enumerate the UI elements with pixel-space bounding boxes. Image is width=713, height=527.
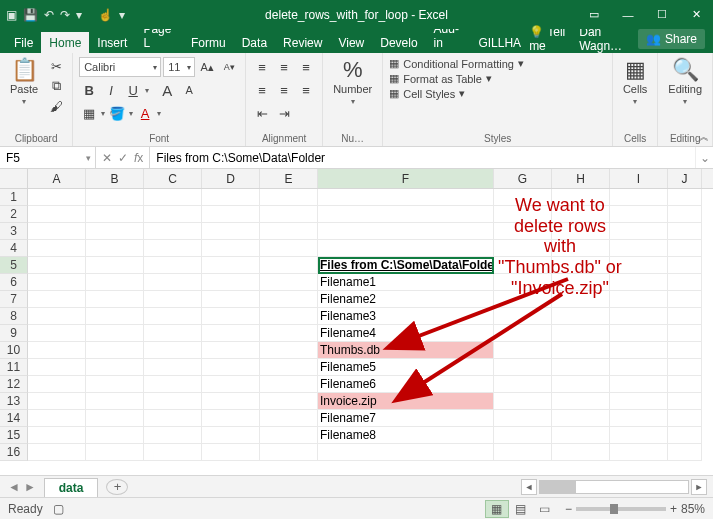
- qat-more2-icon[interactable]: ▾: [119, 8, 125, 22]
- cell[interactable]: Files from C:\Some\Data\Folder: [318, 257, 494, 274]
- cut-icon[interactable]: ✂: [46, 57, 66, 75]
- align-bottom-icon[interactable]: ≡: [296, 57, 316, 77]
- cell[interactable]: [668, 393, 702, 410]
- zoom-level[interactable]: 85%: [681, 502, 705, 516]
- cell[interactable]: [28, 308, 86, 325]
- cell[interactable]: [610, 393, 668, 410]
- row-header[interactable]: 4: [0, 240, 28, 257]
- cell[interactable]: [28, 257, 86, 274]
- cell[interactable]: [260, 410, 318, 427]
- formula-bar[interactable]: Files from C:\Some\Data\Folder: [150, 147, 695, 168]
- cell[interactable]: [144, 308, 202, 325]
- cell[interactable]: [668, 223, 702, 240]
- cell[interactable]: [144, 376, 202, 393]
- name-box[interactable]: F5: [0, 147, 96, 168]
- cell[interactable]: [28, 410, 86, 427]
- cell[interactable]: [260, 223, 318, 240]
- cell[interactable]: [202, 427, 260, 444]
- cell[interactable]: [668, 274, 702, 291]
- col-header[interactable]: J: [668, 169, 702, 188]
- worksheet-grid[interactable]: A B C D E F G H I J 12345Files from C:\S…: [0, 169, 713, 475]
- cell[interactable]: [668, 291, 702, 308]
- row-header[interactable]: 2: [0, 206, 28, 223]
- cell[interactable]: [260, 342, 318, 359]
- cell[interactable]: [668, 189, 702, 206]
- cell[interactable]: [86, 274, 144, 291]
- col-header[interactable]: D: [202, 169, 260, 188]
- row-header[interactable]: 10: [0, 342, 28, 359]
- tab-gillha[interactable]: GILLHA: [470, 32, 529, 53]
- italic-icon[interactable]: I: [101, 80, 121, 100]
- cell[interactable]: [610, 359, 668, 376]
- cell[interactable]: [552, 444, 610, 461]
- col-header[interactable]: B: [86, 169, 144, 188]
- cell[interactable]: [202, 376, 260, 393]
- cell[interactable]: [86, 223, 144, 240]
- add-sheet-icon[interactable]: +: [106, 479, 128, 495]
- cell[interactable]: [86, 189, 144, 206]
- cell[interactable]: [202, 291, 260, 308]
- macro-record-icon[interactable]: ▢: [53, 502, 64, 516]
- cell[interactable]: [202, 359, 260, 376]
- cell[interactable]: [552, 393, 610, 410]
- view-normal-icon[interactable]: ▦: [485, 500, 509, 518]
- cell[interactable]: [86, 291, 144, 308]
- cell[interactable]: [318, 240, 494, 257]
- cell[interactable]: [610, 206, 668, 223]
- cell[interactable]: [202, 325, 260, 342]
- cell[interactable]: [260, 189, 318, 206]
- col-header[interactable]: I: [610, 169, 668, 188]
- formula-bar-expand-icon[interactable]: ⌄: [695, 147, 713, 168]
- cell[interactable]: [202, 342, 260, 359]
- tab-file[interactable]: File: [6, 32, 41, 53]
- font-size-select[interactable]: 11: [163, 57, 195, 77]
- fx-icon[interactable]: fx: [134, 151, 143, 165]
- tab-home[interactable]: Home: [41, 32, 89, 53]
- cell[interactable]: [260, 291, 318, 308]
- cell[interactable]: [318, 189, 494, 206]
- cell[interactable]: [552, 274, 610, 291]
- cell[interactable]: [144, 342, 202, 359]
- cell[interactable]: [552, 223, 610, 240]
- row-header[interactable]: 9: [0, 325, 28, 342]
- tab-view[interactable]: View: [330, 32, 372, 53]
- close-icon[interactable]: ✕: [679, 0, 713, 29]
- cell[interactable]: [144, 274, 202, 291]
- cell[interactable]: [494, 257, 552, 274]
- copy-icon[interactable]: ⧉: [46, 77, 66, 95]
- cell[interactable]: [144, 410, 202, 427]
- cell[interactable]: [610, 240, 668, 257]
- touch-mode-icon[interactable]: ☝: [98, 8, 113, 22]
- cell[interactable]: [552, 308, 610, 325]
- cancel-fx-icon[interactable]: ✕: [102, 151, 112, 165]
- cell[interactable]: [28, 189, 86, 206]
- cell[interactable]: [86, 206, 144, 223]
- cell[interactable]: [552, 427, 610, 444]
- cell[interactable]: [552, 410, 610, 427]
- cell[interactable]: [610, 376, 668, 393]
- cell[interactable]: [86, 410, 144, 427]
- cell[interactable]: [260, 257, 318, 274]
- cell[interactable]: [144, 444, 202, 461]
- ribbon-collapse-icon[interactable]: ︽: [699, 130, 709, 144]
- cell[interactable]: [202, 308, 260, 325]
- cell[interactable]: [668, 376, 702, 393]
- cell[interactable]: [610, 410, 668, 427]
- tab-insert[interactable]: Insert: [89, 32, 135, 53]
- horizontal-scrollbar[interactable]: ◄ ►: [521, 479, 713, 495]
- cell[interactable]: [28, 376, 86, 393]
- cell[interactable]: [610, 342, 668, 359]
- cell[interactable]: Filename8: [318, 427, 494, 444]
- increase-indent-icon[interactable]: ⇥: [274, 103, 294, 123]
- cell[interactable]: [494, 393, 552, 410]
- font-color-a2-icon[interactable]: A: [179, 80, 199, 100]
- user-label[interactable]: Dan Wagn…: [579, 25, 628, 53]
- cell[interactable]: [494, 410, 552, 427]
- cell[interactable]: [260, 308, 318, 325]
- cell[interactable]: [610, 274, 668, 291]
- cell[interactable]: [86, 240, 144, 257]
- row-header[interactable]: 8: [0, 308, 28, 325]
- cell[interactable]: [86, 308, 144, 325]
- cell[interactable]: [494, 444, 552, 461]
- cell[interactable]: [668, 444, 702, 461]
